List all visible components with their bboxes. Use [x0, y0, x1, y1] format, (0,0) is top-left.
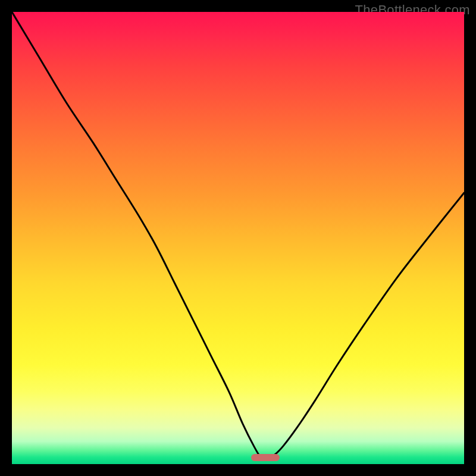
plot-area: [12, 12, 464, 464]
optimal-marker: [251, 454, 280, 461]
bottleneck-curve: [12, 12, 464, 458]
curve-svg: [12, 12, 464, 464]
chart-frame: TheBottleneck.com: [0, 0, 476, 476]
